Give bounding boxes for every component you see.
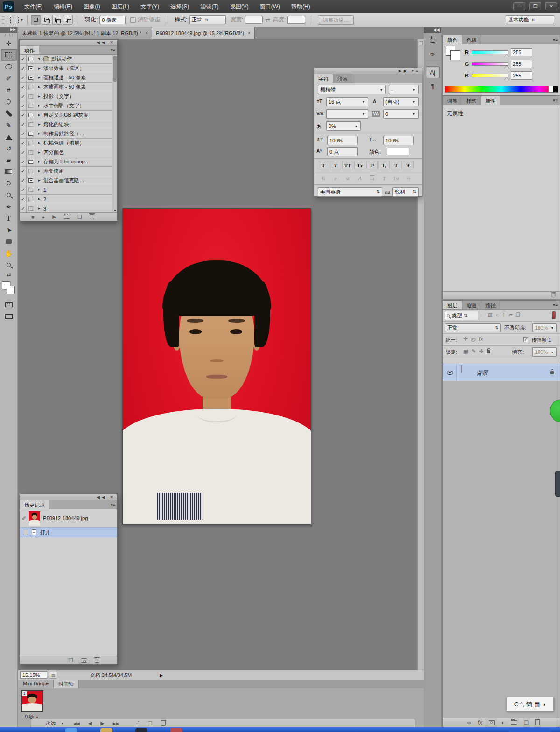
- action-row[interactable]: ✓ ▼ 默认动作: [20, 55, 112, 64]
- tab-adjustments[interactable]: 调整: [443, 96, 462, 105]
- tab-history[interactable]: 历史记录: [20, 500, 49, 509]
- lock-position-icon[interactable]: ✛: [479, 348, 483, 354]
- color-swatches[interactable]: [1, 281, 17, 297]
- font-style-select[interactable]: -▾: [389, 85, 419, 94]
- tab-close-icon[interactable]: ×: [248, 27, 251, 39]
- all-caps-button[interactable]: TT: [342, 161, 353, 169]
- history-source-checkbox[interactable]: [23, 530, 28, 535]
- hand-tool[interactable]: ✋: [1, 247, 17, 259]
- background-color[interactable]: [7, 286, 15, 294]
- panel-menu-icon[interactable]: ▾≡: [553, 37, 558, 42]
- antialias-checkbox[interactable]: [130, 17, 136, 23]
- panel-menu-icon[interactable]: ▾≡: [412, 69, 420, 73]
- new-action-button[interactable]: ❏: [77, 214, 82, 220]
- tab-swatches[interactable]: 色板: [462, 35, 481, 44]
- tab-channels[interactable]: 通道: [462, 301, 481, 309]
- panel-menu-icon[interactable]: ▾≡: [111, 48, 115, 52]
- unify-position-icon[interactable]: ✛: [463, 336, 468, 342]
- filter-shape-icon[interactable]: ▱: [509, 312, 512, 318]
- adjustment-layer-button[interactable]: ◐: [501, 719, 504, 726]
- underline-button[interactable]: T: [391, 161, 402, 169]
- menu-window[interactable]: 窗口(W): [254, 0, 286, 13]
- eyedropper-tool[interactable]: [1, 96, 17, 107]
- ot-discretionary-button[interactable]: st: [342, 174, 353, 183]
- delete-properties-button[interactable]: [552, 293, 556, 297]
- ot-swash-button[interactable]: e: [330, 174, 341, 183]
- stop-button[interactable]: ■: [31, 214, 35, 220]
- previous-frame-button[interactable]: ◀: [88, 720, 92, 726]
- toolbar-grip[interactable]: [4, 34, 14, 36]
- blur-tool[interactable]: [1, 177, 17, 189]
- collapse-icon[interactable]: ◀◀: [97, 495, 107, 500]
- dock-collapse[interactable]: ◀◀: [424, 27, 441, 33]
- black-swatch[interactable]: [553, 86, 558, 92]
- layer-name[interactable]: 背景: [476, 369, 488, 377]
- ot-titling-button[interactable]: T: [378, 174, 390, 183]
- action-row[interactable]: ✓►1: [20, 185, 112, 195]
- screen-mode-button[interactable]: [1, 310, 17, 322]
- character-panel-icon[interactable]: A|: [426, 66, 440, 78]
- refine-edge-button[interactable]: 调整边缘…: [318, 15, 354, 25]
- marquee-tool-preset-icon[interactable]: [10, 17, 19, 23]
- loop-select[interactable]: 永远▾: [45, 720, 65, 727]
- brush-tool[interactable]: ✎: [1, 119, 17, 131]
- action-row[interactable]: ✓►投影（文字）: [20, 92, 112, 101]
- quick-mask-button[interactable]: [1, 299, 17, 310]
- action-row[interactable]: ✓►存储为 Photoshop…: [20, 157, 112, 167]
- close-panel-icon[interactable]: ✕: [110, 495, 115, 500]
- action-row[interactable]: ✓►渐变映射: [20, 167, 112, 176]
- status-preview-icon[interactable]: ▤: [49, 672, 57, 679]
- selection-add-button[interactable]: [42, 15, 51, 25]
- menu-help[interactable]: 帮助(H): [286, 0, 316, 13]
- actions-panel-header[interactable]: ◀◀ ✕: [20, 40, 117, 46]
- history-snapshot-row[interactable]: ✐ P60912-180449.jpg: [20, 509, 117, 527]
- new-document-from-state-button[interactable]: ❏: [69, 657, 73, 663]
- green-value-field[interactable]: 255: [511, 60, 532, 68]
- move-tool[interactable]: ✛: [1, 37, 17, 49]
- tsume-select[interactable]: 0%▾: [326, 121, 361, 131]
- crop-tool[interactable]: #: [1, 84, 17, 96]
- panel-menu-icon[interactable]: ▾≡: [553, 98, 558, 103]
- blue-value-field[interactable]: 255: [511, 71, 532, 80]
- default-swap-colors[interactable]: ⇄: [1, 271, 17, 278]
- menu-filter[interactable]: 滤镜(T): [195, 0, 224, 13]
- ot-alternates-button[interactable]: aa: [366, 174, 378, 183]
- taskbar-icon[interactable]: [100, 728, 112, 732]
- menu-file[interactable]: 文件(F): [19, 0, 48, 13]
- subscript-button[interactable]: T₁: [378, 161, 390, 169]
- white-swatch[interactable]: [548, 86, 553, 92]
- filter-adjustment-icon[interactable]: ◐: [496, 312, 499, 318]
- text-color-swatch[interactable]: [387, 148, 409, 155]
- action-row[interactable]: ✓►淡出效果（选区）: [20, 64, 112, 73]
- workspace-select[interactable]: 基本功能⇅: [506, 15, 554, 24]
- faux-bold-button[interactable]: T: [318, 161, 329, 169]
- tab-timeline[interactable]: 时间轴: [54, 680, 79, 688]
- baseline-shift-field[interactable]: 0 点: [327, 147, 358, 156]
- new-set-button[interactable]: [64, 215, 70, 219]
- play-action-button[interactable]: ▶: [52, 214, 56, 220]
- blue-slider[interactable]: [472, 74, 508, 77]
- filter-image-icon[interactable]: ▤: [488, 312, 492, 318]
- zoom-level-field[interactable]: 15.15%: [20, 671, 47, 679]
- quick-selection-tool[interactable]: ✐: [1, 72, 17, 84]
- action-row[interactable]: ✓►画框通道 - 50 像素: [20, 73, 112, 83]
- collapse-icon[interactable]: ◀◀: [97, 40, 107, 45]
- new-layer-button[interactable]: ❏: [524, 719, 529, 726]
- healing-brush-tool[interactable]: [1, 107, 17, 119]
- taskbar-icon[interactable]: [65, 728, 77, 732]
- unify-style-icon[interactable]: fx: [479, 336, 483, 342]
- action-row[interactable]: ✓►制作剪贴路径（…: [20, 129, 112, 139]
- action-row[interactable]: ✓►自定义 RGB 到灰度: [20, 111, 112, 120]
- rectangular-marquee-tool[interactable]: [1, 49, 17, 61]
- menu-edit[interactable]: 编辑(E): [48, 0, 78, 13]
- strikethrough-button[interactable]: Ŧ: [403, 161, 414, 169]
- tab-paragraph[interactable]: 段落: [333, 74, 352, 83]
- tab-layers[interactable]: 图层: [443, 301, 462, 309]
- screen-edge-slider[interactable]: [555, 471, 560, 497]
- tracking-select[interactable]: 0▾: [383, 109, 419, 119]
- delete-frame-button[interactable]: [161, 721, 166, 726]
- lock-pixels-icon[interactable]: ✎: [471, 348, 476, 354]
- ime-toolbar[interactable]: C °, 简 ▦ ◗: [506, 697, 554, 711]
- status-menu-arrow-icon[interactable]: ▶: [160, 673, 163, 678]
- gradient-tool[interactable]: [1, 166, 17, 177]
